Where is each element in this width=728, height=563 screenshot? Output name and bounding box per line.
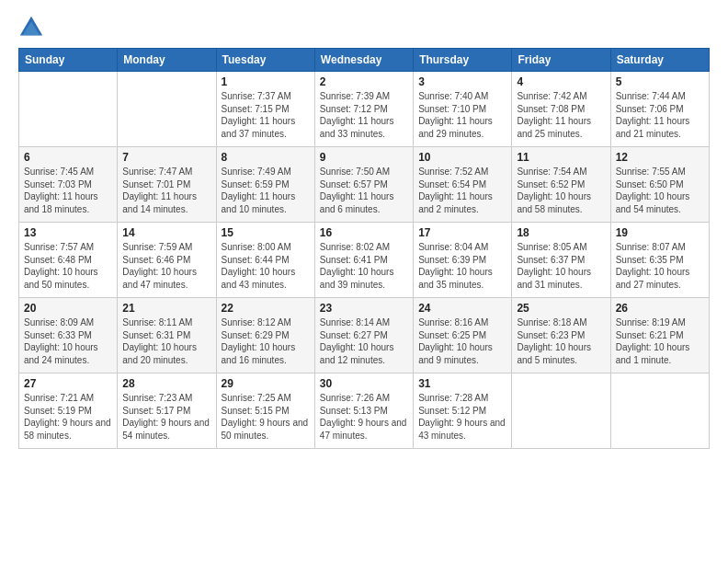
- day-number: 14: [122, 226, 210, 239]
- day-info: Sunrise: 7:23 AM Sunset: 5:17 PM Dayligh…: [122, 392, 210, 442]
- day-info: Sunrise: 8:11 AM Sunset: 6:31 PM Dayligh…: [122, 316, 210, 366]
- calendar-week-row: 27Sunrise: 7:21 AM Sunset: 5:19 PM Dayli…: [19, 373, 710, 449]
- calendar-cell: 20Sunrise: 8:09 AM Sunset: 6:33 PM Dayli…: [19, 298, 118, 373]
- day-info: Sunrise: 7:25 AM Sunset: 5:15 PM Dayligh…: [222, 392, 310, 442]
- day-info: Sunrise: 7:45 AM Sunset: 7:03 PM Dayligh…: [24, 166, 112, 215]
- logo-icon: [18, 15, 44, 40]
- day-info: Sunrise: 7:28 AM Sunset: 5:12 PM Dayligh…: [418, 392, 506, 442]
- calendar-cell: 21Sunrise: 8:11 AM Sunset: 6:31 PM Dayli…: [118, 298, 216, 373]
- day-info: Sunrise: 7:57 AM Sunset: 6:48 PM Dayligh…: [24, 241, 112, 291]
- calendar-cell: 29Sunrise: 7:25 AM Sunset: 5:15 PM Dayli…: [216, 373, 314, 449]
- calendar-header-monday: Monday: [118, 49, 216, 72]
- calendar-cell: [610, 373, 709, 449]
- calendar-header-saturday: Saturday: [610, 49, 709, 72]
- day-number: 5: [616, 75, 704, 88]
- calendar-cell: 25Sunrise: 8:18 AM Sunset: 6:23 PM Dayli…: [512, 298, 610, 373]
- calendar-header-thursday: Thursday: [414, 49, 512, 72]
- day-info: Sunrise: 7:49 AM Sunset: 6:59 PM Dayligh…: [222, 166, 310, 215]
- day-info: Sunrise: 7:44 AM Sunset: 7:06 PM Dayligh…: [616, 90, 704, 140]
- day-info: Sunrise: 8:18 AM Sunset: 6:23 PM Dayligh…: [517, 316, 605, 366]
- calendar-cell: 22Sunrise: 8:12 AM Sunset: 6:29 PM Dayli…: [216, 298, 314, 373]
- day-number: 6: [24, 151, 112, 164]
- day-info: Sunrise: 7:40 AM Sunset: 7:10 PM Dayligh…: [418, 90, 506, 140]
- day-number: 9: [320, 151, 408, 164]
- day-number: 28: [122, 377, 210, 390]
- day-info: Sunrise: 8:05 AM Sunset: 6:37 PM Dayligh…: [517, 241, 605, 291]
- day-info: Sunrise: 8:19 AM Sunset: 6:21 PM Dayligh…: [616, 316, 704, 366]
- day-number: 20: [24, 302, 112, 315]
- calendar-cell: 3Sunrise: 7:40 AM Sunset: 7:10 PM Daylig…: [414, 72, 512, 147]
- calendar-cell: 7Sunrise: 7:47 AM Sunset: 7:01 PM Daylig…: [118, 147, 216, 223]
- day-number: 29: [222, 377, 310, 390]
- calendar-week-row: 6Sunrise: 7:45 AM Sunset: 7:03 PM Daylig…: [19, 147, 710, 223]
- day-info: Sunrise: 8:07 AM Sunset: 6:35 PM Dayligh…: [616, 241, 704, 291]
- day-info: Sunrise: 8:04 AM Sunset: 6:39 PM Dayligh…: [418, 241, 506, 291]
- calendar-cell: 10Sunrise: 7:52 AM Sunset: 6:54 PM Dayli…: [414, 147, 512, 223]
- day-info: Sunrise: 7:39 AM Sunset: 7:12 PM Dayligh…: [320, 90, 408, 140]
- calendar-week-row: 13Sunrise: 7:57 AM Sunset: 6:48 PM Dayli…: [19, 223, 710, 298]
- calendar-cell: 6Sunrise: 7:45 AM Sunset: 7:03 PM Daylig…: [19, 147, 118, 223]
- day-info: Sunrise: 8:00 AM Sunset: 6:44 PM Dayligh…: [222, 241, 310, 291]
- day-info: Sunrise: 7:21 AM Sunset: 5:19 PM Dayligh…: [24, 392, 112, 442]
- calendar-cell: 28Sunrise: 7:23 AM Sunset: 5:17 PM Dayli…: [118, 373, 216, 449]
- calendar-table: SundayMondayTuesdayWednesdayThursdayFrid…: [18, 48, 710, 449]
- day-number: 4: [517, 75, 605, 88]
- day-number: 23: [320, 302, 408, 315]
- calendar-cell: 8Sunrise: 7:49 AM Sunset: 6:59 PM Daylig…: [216, 147, 314, 223]
- day-number: 15: [222, 226, 310, 239]
- day-number: 25: [517, 302, 605, 315]
- day-number: 27: [24, 377, 112, 390]
- calendar-cell: 2Sunrise: 7:39 AM Sunset: 7:12 PM Daylig…: [314, 72, 413, 147]
- calendar-cell: 27Sunrise: 7:21 AM Sunset: 5:19 PM Dayli…: [19, 373, 118, 449]
- calendar-cell: 16Sunrise: 8:02 AM Sunset: 6:41 PM Dayli…: [314, 223, 413, 298]
- calendar-header-sunday: Sunday: [19, 49, 118, 72]
- day-number: 13: [24, 226, 112, 239]
- calendar-cell: 12Sunrise: 7:55 AM Sunset: 6:50 PM Dayli…: [610, 147, 709, 223]
- day-number: 12: [616, 151, 704, 164]
- day-info: Sunrise: 8:12 AM Sunset: 6:29 PM Dayligh…: [222, 316, 310, 366]
- calendar-cell: 14Sunrise: 7:59 AM Sunset: 6:46 PM Dayli…: [118, 223, 216, 298]
- day-info: Sunrise: 8:16 AM Sunset: 6:25 PM Dayligh…: [418, 316, 506, 366]
- day-number: 24: [418, 302, 506, 315]
- calendar-cell: 5Sunrise: 7:44 AM Sunset: 7:06 PM Daylig…: [610, 72, 709, 147]
- day-info: Sunrise: 7:55 AM Sunset: 6:50 PM Dayligh…: [616, 166, 704, 215]
- page: SundayMondayTuesdayWednesdayThursdayFrid…: [0, 0, 728, 458]
- calendar-week-row: 1Sunrise: 7:37 AM Sunset: 7:15 PM Daylig…: [19, 72, 710, 147]
- day-info: Sunrise: 8:09 AM Sunset: 6:33 PM Dayligh…: [24, 316, 112, 366]
- day-number: 21: [122, 302, 210, 315]
- calendar-cell: [512, 373, 610, 449]
- calendar-header-wednesday: Wednesday: [314, 49, 413, 72]
- calendar-cell: 23Sunrise: 8:14 AM Sunset: 6:27 PM Dayli…: [314, 298, 413, 373]
- calendar-header-tuesday: Tuesday: [216, 49, 314, 72]
- calendar-cell: 1Sunrise: 7:37 AM Sunset: 7:15 PM Daylig…: [216, 72, 314, 147]
- calendar-cell: 11Sunrise: 7:54 AM Sunset: 6:52 PM Dayli…: [512, 147, 610, 223]
- day-number: 1: [222, 75, 310, 88]
- calendar-cell: 30Sunrise: 7:26 AM Sunset: 5:13 PM Dayli…: [314, 373, 413, 449]
- day-number: 7: [122, 151, 210, 164]
- day-number: 18: [517, 226, 605, 239]
- day-info: Sunrise: 8:14 AM Sunset: 6:27 PM Dayligh…: [320, 316, 408, 366]
- calendar-cell: 15Sunrise: 8:00 AM Sunset: 6:44 PM Dayli…: [216, 223, 314, 298]
- calendar-cell: [118, 72, 216, 147]
- day-number: 16: [320, 226, 408, 239]
- day-number: 2: [320, 75, 408, 88]
- calendar-week-row: 20Sunrise: 8:09 AM Sunset: 6:33 PM Dayli…: [19, 298, 710, 373]
- calendar-header-row: SundayMondayTuesdayWednesdayThursdayFrid…: [19, 49, 710, 72]
- day-info: Sunrise: 7:50 AM Sunset: 6:57 PM Dayligh…: [320, 166, 408, 215]
- day-info: Sunrise: 7:52 AM Sunset: 6:54 PM Dayligh…: [418, 166, 506, 215]
- day-number: 17: [418, 226, 506, 239]
- calendar-cell: 24Sunrise: 8:16 AM Sunset: 6:25 PM Dayli…: [414, 298, 512, 373]
- day-info: Sunrise: 7:26 AM Sunset: 5:13 PM Dayligh…: [320, 392, 408, 442]
- day-number: 19: [616, 226, 704, 239]
- calendar-cell: 4Sunrise: 7:42 AM Sunset: 7:08 PM Daylig…: [512, 72, 610, 147]
- day-number: 10: [418, 151, 506, 164]
- day-number: 30: [320, 377, 408, 390]
- day-number: 8: [222, 151, 310, 164]
- calendar-cell: 17Sunrise: 8:04 AM Sunset: 6:39 PM Dayli…: [414, 223, 512, 298]
- logo: [18, 15, 48, 40]
- day-info: Sunrise: 7:54 AM Sunset: 6:52 PM Dayligh…: [517, 166, 605, 215]
- calendar-header-friday: Friday: [512, 49, 610, 72]
- day-info: Sunrise: 7:47 AM Sunset: 7:01 PM Dayligh…: [122, 166, 210, 215]
- day-number: 26: [616, 302, 704, 315]
- day-number: 11: [517, 151, 605, 164]
